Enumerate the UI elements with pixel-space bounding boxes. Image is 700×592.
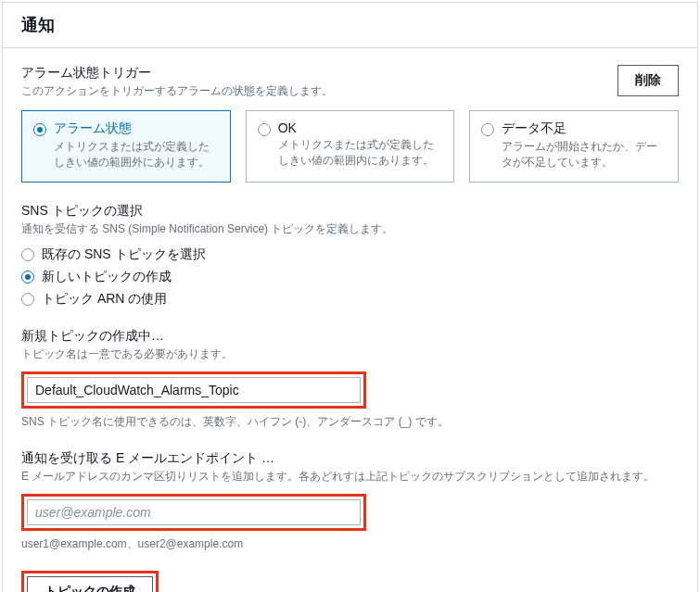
notification-panel: 通知 アラーム状態トリガー このアクションをトリガーするアラームの状態を定義しま… (2, 2, 698, 592)
panel-header: 通知 (3, 3, 697, 48)
email-label: 通知を受け取る E メールエンドポイント … (21, 450, 679, 467)
new-topic-section: 新規トピックの作成中… トピック名は一意である必要があります。 SNS トピック… (21, 328, 679, 430)
button-row: トピックの作成 (21, 571, 679, 592)
highlight-box (21, 494, 366, 531)
trigger-tile-alarm[interactable]: アラーム状態 メトリクスまたは式が定義したしきい値の範囲外にあります。 (21, 110, 231, 183)
email-section: 通知を受け取る E メールエンドポイント … E メールアドレスのカンマ区切りリ… (21, 450, 679, 552)
radio-icon (33, 123, 46, 136)
trigger-tile-title: OK (278, 120, 443, 135)
trigger-label: アラーム状態トリガー (21, 65, 333, 82)
trigger-tile-desc: メトリクスまたは式が定義したしきい値の範囲内にあります。 (278, 137, 443, 169)
trigger-tile-ok[interactable]: OK メトリクスまたは式が定義したしきい値の範囲内にあります。 (246, 110, 455, 183)
radio-icon (21, 248, 34, 261)
trigger-tile-title: アラーム状態 (54, 120, 219, 137)
sns-option-arn[interactable]: トピック ARN の使用 (21, 291, 679, 308)
panel-body: アラーム状態トリガー このアクションをトリガーするアラームの状態を定義します。 … (3, 48, 697, 592)
trigger-tile-title: データ不足 (502, 120, 667, 137)
email-input-wrap (21, 494, 679, 531)
sns-desc: 通知を受信する SNS (Simple Notification Service… (21, 221, 679, 237)
new-topic-desc: トピック名は一意である必要があります。 (21, 346, 679, 362)
highlight-box (21, 372, 366, 409)
sns-option-create[interactable]: 新しいトピックの作成 (21, 269, 679, 285)
trigger-tile-desc: アラームが開始されたか、データが不足しています。 (502, 139, 667, 170)
new-topic-input-wrap (21, 372, 679, 409)
sns-option-label: 既存の SNS トピックを選択 (42, 246, 206, 263)
delete-button[interactable]: 削除 (617, 65, 679, 96)
sns-option-label: 新しいトピックの作成 (42, 269, 172, 285)
trigger-tiles: アラーム状態 メトリクスまたは式が定義したしきい値の範囲外にあります。 OK メ… (21, 110, 679, 183)
email-desc: E メールアドレスのカンマ区切りリストを追加します。各あどれすは上記トピックのサ… (21, 469, 679, 485)
email-hint: user1@example.com、user2@example.com (21, 536, 679, 552)
trigger-tile-desc: メトリクスまたは式が定義したしきい値の範囲外にあります。 (54, 139, 219, 170)
sns-section: SNS トピックの選択 通知を受信する SNS (Simple Notifica… (21, 203, 679, 308)
sns-radio-group: 既存の SNS トピックを選択 新しいトピックの作成 トピック ARN の使用 (21, 246, 679, 308)
trigger-header-row: アラーム状態トリガー このアクションをトリガーするアラームの状態を定義します。 … (21, 65, 679, 99)
new-topic-label: 新規トピックの作成中… (21, 328, 679, 345)
panel-title: 通知 (21, 14, 679, 36)
trigger-header-text: アラーム状態トリガー このアクションをトリガーするアラームの状態を定義します。 (21, 65, 333, 99)
radio-icon (258, 123, 271, 136)
radio-icon (21, 271, 34, 283)
radio-icon (481, 123, 494, 136)
create-topic-button[interactable]: トピックの作成 (27, 576, 153, 592)
trigger-tile-insufficient[interactable]: データ不足 アラームが開始されたか、データが不足しています。 (469, 110, 679, 183)
highlight-box: トピックの作成 (21, 571, 159, 592)
sns-option-label: トピック ARN の使用 (42, 291, 167, 308)
sns-option-existing[interactable]: 既存の SNS トピックを選択 (21, 246, 679, 263)
topic-name-input[interactable] (27, 377, 361, 403)
sns-label: SNS トピックの選択 (21, 203, 679, 220)
radio-icon (21, 293, 34, 306)
email-input[interactable] (27, 499, 361, 525)
trigger-desc: このアクションをトリガーするアラームの状態を定義します。 (21, 83, 333, 99)
new-topic-hint: SNS トピック名に使用できるのは、英数字、ハイフン (-)、アンダースコア (… (21, 414, 679, 430)
